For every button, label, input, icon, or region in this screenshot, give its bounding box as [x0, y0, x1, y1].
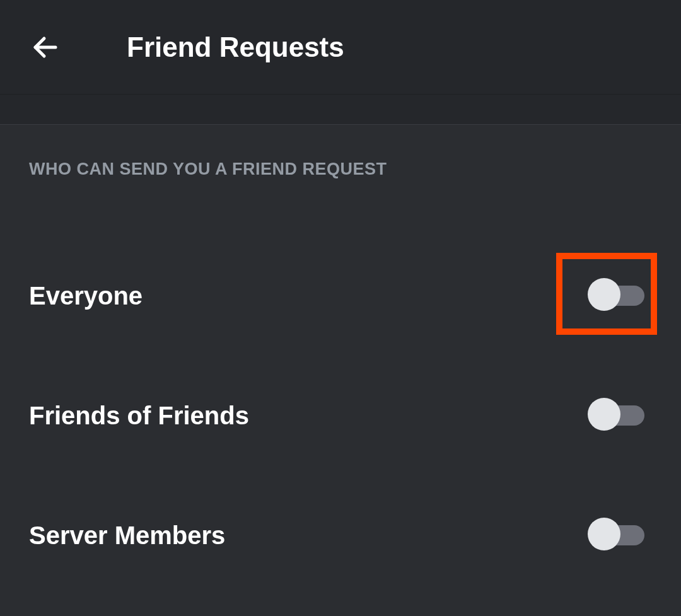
- setting-row-everyone: Everyone: [29, 236, 652, 356]
- toggle-server-members[interactable]: [588, 523, 644, 548]
- toggle-friends-of-friends[interactable]: [588, 403, 644, 428]
- toggle-container: [580, 283, 652, 308]
- setting-row-server-members: Server Members: [29, 475, 652, 595]
- arrow-left-icon: [30, 32, 61, 62]
- setting-row-friends-of-friends: Friends of Friends: [29, 356, 652, 475]
- setting-label: Friends of Friends: [29, 402, 249, 430]
- page-title: Friend Requests: [127, 32, 344, 63]
- toggle-container: [580, 403, 652, 428]
- setting-label: Everyone: [29, 282, 143, 310]
- header: Friend Requests: [0, 0, 681, 95]
- toggle-knob: [588, 398, 620, 431]
- content: WHO CAN SEND YOU A FRIEND REQUEST Everyo…: [0, 125, 681, 595]
- toggle-knob: [588, 278, 620, 311]
- back-button[interactable]: [30, 32, 61, 62]
- toggle-container: [580, 523, 652, 548]
- section-header: WHO CAN SEND YOU A FRIEND REQUEST: [29, 160, 652, 179]
- toggle-everyone[interactable]: [588, 283, 644, 308]
- toggle-knob: [588, 518, 620, 550]
- setting-label: Server Members: [29, 521, 225, 550]
- header-spacer: [0, 95, 681, 125]
